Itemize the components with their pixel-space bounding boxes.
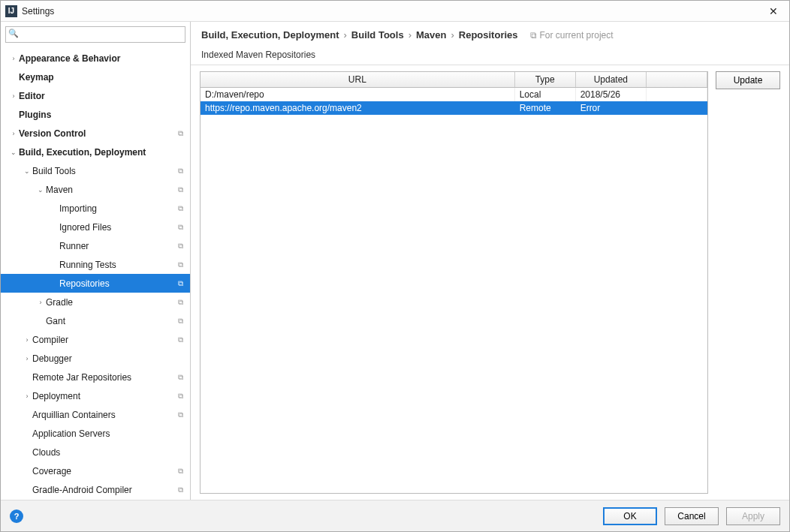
- project-scope-icon: ⧉: [175, 203, 185, 214]
- tree-item[interactable]: ⌄Build Tools⧉: [1, 161, 190, 180]
- tree-item[interactable]: Gradle-Android Compiler⧉: [1, 480, 190, 499]
- cancel-button[interactable]: Cancel: [665, 507, 719, 525]
- tree-item[interactable]: Ignored Files⧉: [1, 218, 190, 236]
- chevron-right-icon: ›: [8, 130, 19, 137]
- col-url[interactable]: URL: [201, 72, 514, 88]
- project-scope-icon: ⧉: [175, 278, 185, 289]
- tree-item-label: Keymap: [19, 72, 185, 83]
- tree-item-label: Gant: [46, 316, 175, 326]
- tree-item[interactable]: Running Tests⧉: [1, 255, 190, 274]
- search-wrap: 🔍: [1, 22, 190, 47]
- chevron-right-icon: ›: [22, 392, 32, 400]
- settings-tree[interactable]: ›Appearance & BehaviorKeymap›EditorPlugi…: [1, 47, 190, 500]
- breadcrumb-item[interactable]: Build Tools: [351, 29, 404, 41]
- repositories-table[interactable]: URL Type Updated D:/maven/repoLocal2018/…: [200, 71, 708, 494]
- tree-item[interactable]: ⌄Build, Execution, Deployment: [1, 143, 190, 161]
- breadcrumb-item[interactable]: Maven: [416, 29, 446, 41]
- tree-item[interactable]: Keymap: [1, 68, 190, 86]
- tree-item[interactable]: Clouds: [1, 443, 190, 461]
- breadcrumb-item[interactable]: Build, Execution, Deployment: [201, 29, 339, 41]
- tree-item-label: Remote Jar Repositories: [32, 372, 175, 383]
- tree-item[interactable]: Arquillian Containers⧉: [1, 405, 190, 424]
- help-icon[interactable]: ?: [10, 509, 23, 523]
- tree-item-label: Clouds: [32, 447, 185, 458]
- chevron-right-icon: ›: [8, 55, 19, 62]
- tree-item[interactable]: Runner⧉: [1, 236, 190, 255]
- tree-item-label: Coverage: [32, 466, 175, 476]
- chevron-down-icon: ⌄: [35, 186, 46, 194]
- cell-updated: Error: [575, 101, 646, 115]
- project-scope-icon: ⧉: [175, 391, 185, 401]
- tree-item-label: Deployment: [32, 391, 175, 401]
- tree-item[interactable]: ›Editor: [1, 86, 190, 105]
- chevron-right-icon: ›: [343, 29, 346, 41]
- chevron-right-icon: ›: [35, 299, 46, 306]
- tree-item[interactable]: ›Appearance & Behavior: [1, 49, 190, 68]
- col-updated[interactable]: Updated: [575, 72, 646, 88]
- tree-item[interactable]: ⌄Maven⧉: [1, 180, 190, 199]
- cell-type: Local: [514, 88, 575, 102]
- content-row: URL Type Updated D:/maven/repoLocal2018/…: [191, 65, 789, 500]
- project-scope-icon: ⧉: [175, 466, 185, 476]
- col-type[interactable]: Type: [514, 72, 575, 88]
- update-button[interactable]: Update: [716, 71, 780, 89]
- tree-item-label: Editor: [19, 91, 185, 101]
- sidebar: 🔍 ›Appearance & BehaviorKeymap›EditorPlu…: [1, 22, 191, 500]
- tree-item[interactable]: Application Servers: [1, 424, 190, 443]
- tree-item[interactable]: ›Compiler⧉: [1, 330, 190, 349]
- main-panel: Build, Execution, Deployment › Build Too…: [191, 22, 789, 500]
- tree-item[interactable]: Importing⧉: [1, 199, 190, 218]
- tree-item-label: Version Control: [19, 128, 175, 139]
- close-icon[interactable]: ✕: [762, 5, 785, 17]
- breadcrumb: Build, Execution, Deployment › Build Too…: [191, 22, 789, 47]
- tree-item[interactable]: Remote Jar Repositories⧉: [1, 368, 190, 386]
- chevron-right-icon: ›: [22, 355, 32, 362]
- app-icon: IJ: [5, 5, 17, 17]
- tree-item[interactable]: Coverage⧉: [1, 461, 190, 480]
- tree-item[interactable]: ›Version Control⧉: [1, 124, 190, 143]
- tree-item-label: Plugins: [19, 110, 185, 120]
- tree-item-label: Compiler: [32, 335, 175, 345]
- apply-button[interactable]: Apply: [726, 507, 780, 525]
- tree-item-label: Arquillian Containers: [32, 410, 175, 420]
- project-scope-icon: ⧉: [175, 185, 185, 195]
- tree-item[interactable]: Plugins: [1, 105, 190, 124]
- section-label: Indexed Maven Repositories: [191, 47, 789, 65]
- settings-window: IJ Settings ✕ 🔍 ›Appearance & BehaviorKe…: [0, 0, 790, 532]
- tree-item-label: Importing: [59, 203, 175, 214]
- body: 🔍 ›Appearance & BehaviorKeymap›EditorPlu…: [1, 22, 789, 500]
- project-scope-icon: ⧉: [175, 222, 185, 233]
- tree-item[interactable]: Gant⧉: [1, 311, 190, 330]
- tree-item-label: Build, Execution, Deployment: [19, 147, 185, 158]
- chevron-right-icon: ›: [409, 29, 412, 41]
- cell-extra: [647, 88, 707, 102]
- table-row[interactable]: D:/maven/repoLocal2018/5/26: [201, 88, 707, 102]
- side-actions: Update: [716, 71, 780, 494]
- search-icon: 🔍: [8, 29, 19, 38]
- search-input[interactable]: [5, 26, 185, 43]
- tree-item[interactable]: ›Gradle⧉: [1, 293, 190, 311]
- tree-item-label: Application Servers: [32, 428, 185, 439]
- project-scope-icon: ⧉: [175, 297, 185, 308]
- tree-item[interactable]: Repositories⧉: [1, 274, 190, 293]
- project-scope-icon: ⧉: [175, 485, 185, 495]
- footer: ? OK Cancel Apply: [1, 500, 789, 531]
- chevron-right-icon: ›: [451, 29, 454, 41]
- chevron-right-icon: ›: [8, 92, 19, 100]
- copy-icon: ⧉: [530, 30, 537, 41]
- table-row[interactable]: https://repo.maven.apache.org/maven2Remo…: [201, 101, 707, 115]
- tree-item[interactable]: ›Deployment⧉: [1, 386, 190, 405]
- project-scope-icon: ⧉: [175, 260, 185, 270]
- tree-item[interactable]: ›Debugger: [1, 349, 190, 368]
- project-scope-icon: ⧉: [175, 241, 185, 251]
- breadcrumb-item: Repositories: [459, 29, 518, 41]
- project-scope-icon: ⧉: [175, 166, 185, 176]
- tree-item-label: Debugger: [32, 353, 185, 364]
- ok-button[interactable]: OK: [603, 507, 657, 525]
- tree-item-label: Build Tools: [32, 166, 175, 176]
- col-extra[interactable]: [647, 72, 707, 88]
- tree-item-label: Gradle: [46, 297, 175, 308]
- titlebar: IJ Settings ✕: [1, 1, 789, 22]
- cell-url: D:/maven/repo: [201, 88, 514, 102]
- window-title: Settings: [22, 6, 762, 17]
